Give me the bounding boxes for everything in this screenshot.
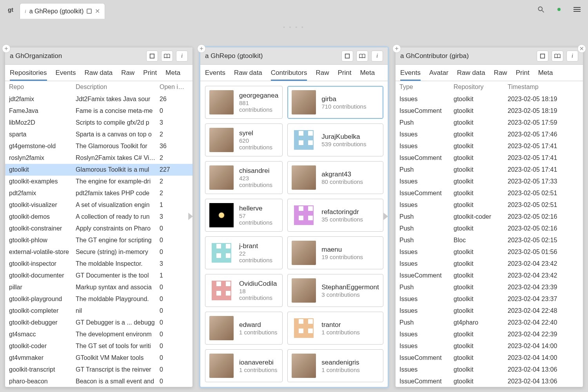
contributor-card[interactable]: georgeganea881 contributions	[205, 86, 283, 119]
tab-events[interactable]: Events	[400, 69, 421, 81]
search-icon[interactable]	[537, 5, 545, 13]
table-row[interactable]: PushBloc2023-02-05 02:15	[396, 234, 583, 246]
table-row[interactable]: gtoolkit-demosA collection of ready to r…	[5, 211, 192, 223]
contributor-card[interactable]: akgrant4380 contributions	[287, 161, 383, 194]
table-row[interactable]: Issuesgtoolkit2023-02-05 17:41	[396, 140, 583, 152]
table-row[interactable]: Issuesgtoolkit2023-02-04 23:42	[396, 258, 583, 270]
table-row[interactable]: Issuesgtoolkit2023-02-05 17:33	[396, 176, 583, 187]
tab-meta[interactable]: Meta	[538, 69, 553, 81]
tab-repositories[interactable]: Repositories	[10, 69, 47, 81]
table-row[interactable]: IssueCommentgtoolkit2023-02-04 13:06	[396, 376, 583, 387]
chevron-right-icon[interactable]	[185, 211, 196, 223]
tab-raw[interactable]: Raw	[316, 69, 329, 81]
add-panel-button[interactable]: +	[392, 44, 401, 53]
table-row[interactable]: pdt2famixpdt2famix takes PHP code2	[5, 187, 192, 199]
table-row[interactable]: gt4smaccThe development environm0	[5, 328, 192, 340]
contributor-card[interactable]: edward1 contributions	[205, 312, 283, 345]
table-row[interactable]: gtoolkit-phlowThe GT engine for scriptin…	[5, 234, 192, 246]
contributor-card[interactable]: hellerve57 contributions	[205, 199, 283, 232]
contributor-card[interactable]: maenu19 contributions	[287, 236, 383, 269]
table-row[interactable]: gtoolkit-documenterGT Documenter is the …	[5, 270, 192, 281]
drag-handle-icon[interactable]: ▫ ▫ ▫ ▫	[283, 24, 305, 30]
col-header-repo[interactable]: Repository	[454, 83, 508, 91]
info-button[interactable]: i	[176, 51, 188, 62]
table-row[interactable]: Pushgtoolkit2023-02-05 02:16	[396, 223, 583, 234]
tab-meta[interactable]: Meta	[360, 69, 375, 81]
table-row[interactable]: gt4vmmakerGToolkit VM Maker tools0	[5, 352, 192, 364]
table-row[interactable]: Pushgtoolkit2023-02-05 17:59	[396, 117, 583, 129]
tab-meta[interactable]: Meta	[165, 69, 180, 81]
col-header-type[interactable]: Type	[399, 83, 454, 91]
tab-raw-data[interactable]: Raw data	[84, 69, 113, 81]
tab-print[interactable]: Print	[338, 69, 351, 81]
book-button[interactable]	[552, 51, 563, 62]
col-header-ts[interactable]: Timestamp	[508, 83, 566, 91]
table-row[interactable]: Pushgt4pharo2023-02-04 22:40	[396, 317, 583, 328]
tab-raw[interactable]: Raw	[494, 69, 507, 81]
table-row[interactable]: pillarMarkup syntax and associa0	[5, 281, 192, 293]
table-row[interactable]: IssueCommentgtoolkit2023-02-05 02:51	[396, 187, 583, 199]
table-row[interactable]: spartaSparta is a canvas on top o2	[5, 129, 192, 140]
table-row[interactable]: IssueCommentgtoolkit2023-02-05 18:19	[396, 105, 583, 117]
table-row[interactable]: goolkit-transcriptGT Transcript is the r…	[5, 364, 192, 376]
table-row[interactable]: roslyn2famixRoslyn2Famix takes C# Visu2	[5, 152, 192, 164]
table-row[interactable]: jdt2famixJdt2Famix takes Java sour26	[5, 93, 192, 105]
contributor-card[interactable]: StephanEggermont3 contributions	[287, 274, 383, 307]
table-row[interactable]: gtoolkitGlamorous Toolkit is a mul227	[5, 164, 192, 176]
tab-contributors[interactable]: Contributors	[271, 69, 307, 81]
table-row[interactable]: Issuesgtoolkit2023-02-04 23:37	[396, 293, 583, 305]
maximize-button[interactable]	[537, 51, 548, 62]
table-row[interactable]: gtoolkit-debuggerGT Debugger is a ... de…	[5, 317, 192, 328]
table-row[interactable]: gt4gemstone-oldThe Glamorous Toolkit for…	[5, 140, 192, 152]
table-row[interactable]: gtoolkit-visualizerA set of visualizatio…	[5, 199, 192, 211]
tab-events[interactable]: Events	[205, 69, 225, 81]
table-row[interactable]: gtoolkit-constrainerApply constraints on…	[5, 223, 192, 234]
table-row[interactable]: pharo-beaconBeacon is a small event and0	[5, 376, 192, 387]
col-header-open[interactable]: Open issues	[160, 83, 189, 91]
contributor-card[interactable]: OvidiuCodila18 contributions	[205, 274, 283, 307]
contributor-card[interactable]: ioanaverebi1 contributions	[205, 349, 283, 382]
contributor-card[interactable]: girba710 contributions	[287, 86, 383, 119]
table-row[interactable]: FameJavaFame is a concise meta-me0	[5, 105, 192, 117]
book-button[interactable]	[161, 51, 173, 62]
contributor-card[interactable]: trantor1 contributions	[287, 312, 383, 345]
table-row[interactable]: gtoolkit-playgroundThe moldable Playgrou…	[5, 293, 192, 305]
table-row[interactable]: Pushgtoolkit2023-02-04 23:39	[396, 281, 583, 293]
table-row[interactable]: Pushgtoolkit-coder2023-02-05 02:16	[396, 211, 583, 223]
table-row[interactable]: Issuesgtoolkit2023-02-05 02:51	[396, 199, 583, 211]
add-panel-button[interactable]: +	[2, 44, 11, 53]
maximize-button[interactable]	[341, 51, 353, 62]
chevron-right-icon[interactable]	[380, 211, 391, 223]
table-row[interactable]: Issuesgtoolkit2023-02-05 17:46	[396, 129, 583, 140]
table-row[interactable]: Issuesgtoolkit2023-02-05 01:56	[396, 246, 583, 258]
contributor-card[interactable]: JurajKubelka539 contributions	[287, 123, 383, 156]
tab-raw[interactable]: Raw	[121, 69, 134, 81]
window-tab[interactable]: i a GhRepo (gtoolkit) ✕	[20, 3, 105, 19]
table-row[interactable]: gtoolkit-coderThe GT set of tools for wr…	[5, 340, 192, 352]
table-row[interactable]: gtoolkit-inspectorThe moldable Inspector…	[5, 258, 192, 270]
table-row[interactable]: Pushgtoolkit2023-02-05 17:41	[396, 164, 583, 176]
table-row[interactable]: Issuesgtoolkit2023-02-05 18:19	[396, 93, 583, 105]
info-button[interactable]: i	[371, 51, 383, 62]
col-header-repo[interactable]: Repo	[9, 83, 76, 91]
table-row[interactable]: gtoolkit-examplesThe engine for example-…	[5, 176, 192, 187]
tab-avatar[interactable]: Avatar	[429, 69, 448, 81]
tab-raw-data[interactable]: Raw data	[457, 69, 485, 81]
table-row[interactable]: Issuesgtoolkit2023-02-04 14:00	[396, 340, 583, 352]
table-row[interactable]: IssueCommentgtoolkit2023-02-04 23:42	[396, 270, 583, 281]
contributor-card[interactable]: syrel620 contributions	[205, 123, 283, 156]
contributor-card[interactable]: refactoringdr35 contributions	[287, 199, 383, 232]
contributor-card[interactable]: j-brant22 contributions	[205, 236, 283, 269]
tab-raw-data[interactable]: Raw data	[234, 69, 262, 81]
tab-print[interactable]: Print	[143, 69, 157, 81]
tab-events[interactable]: Events	[56, 69, 76, 81]
table-row[interactable]: IssueCommentgtoolkit2023-02-05 17:41	[396, 152, 583, 164]
contributor-card[interactable]: chisandrei423 contributions	[205, 161, 283, 194]
menu-icon[interactable]	[573, 5, 581, 13]
contributor-card[interactable]: seandenigris1 contributions	[287, 349, 383, 382]
table-row[interactable]: IssueCommentgtoolkit2023-02-04 14:00	[396, 352, 583, 364]
table-row[interactable]: Issuesgtoolkit2023-02-04 13:06	[396, 364, 583, 376]
info-button[interactable]: i	[566, 51, 578, 62]
table-row[interactable]: libMoz2DScripts to compile gfx/2d p3	[5, 117, 192, 129]
maximize-icon[interactable]	[87, 9, 92, 14]
